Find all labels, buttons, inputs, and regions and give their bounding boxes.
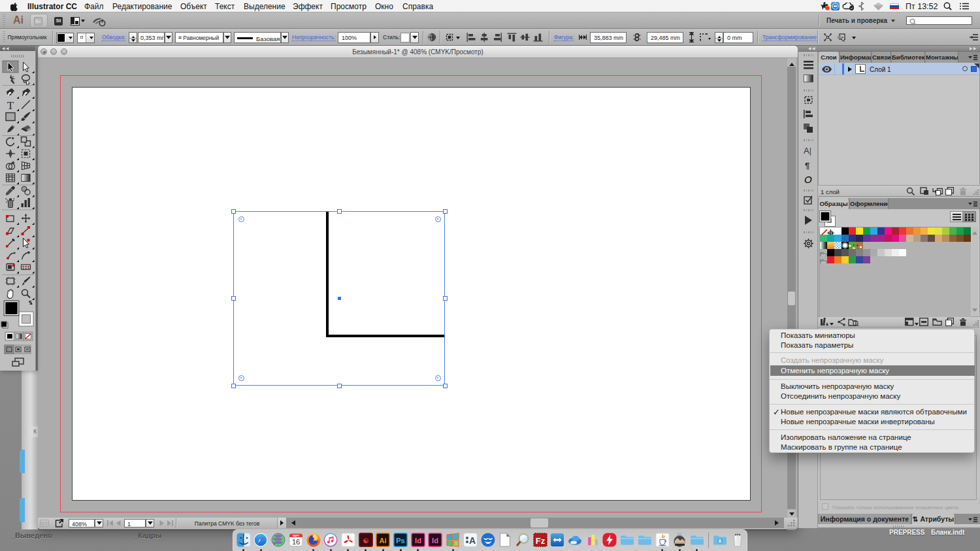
- svg-text:☯: ☯: [363, 537, 368, 544]
- svg-text:16: 16: [292, 538, 300, 546]
- svg-text:Id: Id: [415, 537, 421, 544]
- svg-text:МАРТ: МАРТ: [293, 535, 300, 537]
- svg-text:Ps: Ps: [396, 537, 404, 544]
- svg-text:A: A: [469, 535, 476, 546]
- svg-text:T: T: [7, 99, 14, 112]
- svg-text:Fz: Fz: [535, 536, 545, 546]
- svg-text:Id: Id: [433, 537, 439, 544]
- svg-text:Ai: Ai: [380, 537, 387, 544]
